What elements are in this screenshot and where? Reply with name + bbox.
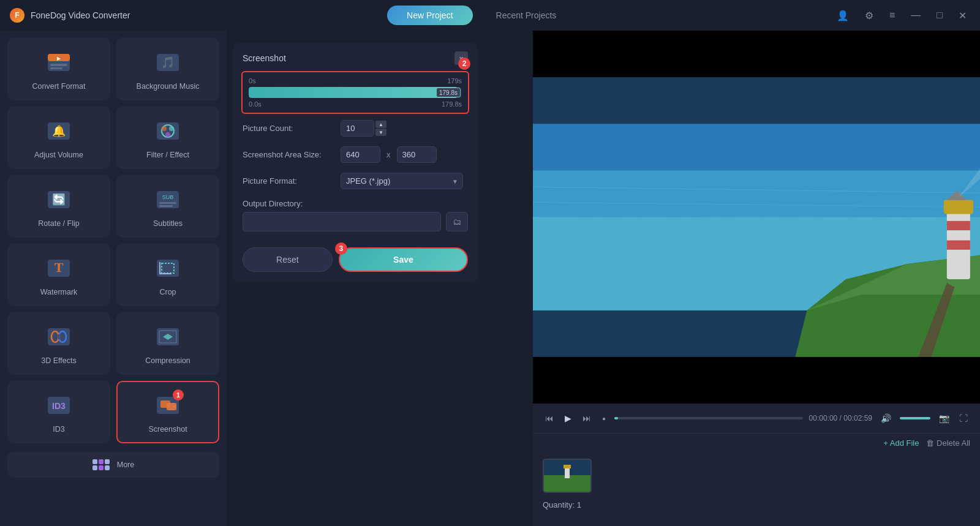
maximize-button[interactable]: □ [933, 9, 946, 22]
sidebar-item-screenshot[interactable]: 1 Screenshot [116, 381, 219, 443]
output-dir-input[interactable] [243, 212, 441, 231]
more-grid-icon [92, 459, 112, 470]
format-label: Picture Format: [243, 176, 334, 186]
filter-effect-label: Filter / Effect [146, 151, 189, 159]
main-area: ▶ Convert Format 🎵 Background Music � [0, 31, 980, 526]
right-panel: ⏮ ▶ ⏭ ● 00:00:00 / 00:02:59 🔊 📷 ⛶ [533, 31, 980, 526]
screenshot-dialog: Screenshot × 0s 179s 179.8s 0.0s 179.8s … [233, 43, 478, 282]
svg-text:SUB: SUB [162, 194, 174, 200]
size-separator: x [386, 150, 391, 159]
output-dir-label: Output Directory: [243, 199, 334, 208]
spinner-up-button[interactable]: ▲ [375, 121, 386, 128]
new-project-tab[interactable]: New Project [387, 6, 472, 25]
folder-browse-button[interactable]: 🗂 [446, 212, 468, 231]
timeline-track[interactable]: 179.8s [249, 87, 462, 98]
form-section: Picture Count: ▲ ▼ Screenshot Area Size:… [233, 120, 478, 231]
title-bar: F FoneDog Video Converter New Project Re… [0, 0, 980, 31]
adjust-volume-label: Adjust Volume [34, 151, 83, 159]
ctrl-icons-right: 📷 ⛶ [937, 411, 970, 426]
sidebar-item-adjust-volume[interactable]: 🔔 Adjust Volume [7, 107, 110, 169]
thumbnails-area: Quantity: 1 [533, 453, 980, 526]
sidebar-item-more[interactable]: More [7, 452, 219, 478]
svg-rect-29 [58, 334, 59, 339]
sidebar-item-id3[interactable]: ID3 ID3 [7, 381, 110, 443]
delete-all-button[interactable]: 🗑 Delete All [926, 438, 970, 448]
svg-rect-40 [105, 459, 110, 464]
sidebar-item-filter-effect[interactable]: Filter / Effect [116, 107, 219, 169]
volume-button[interactable]: 🔊 [878, 411, 894, 426]
watermark-icon: T [45, 255, 72, 282]
save-button[interactable]: 3 Save [339, 247, 468, 272]
3d-effects-label: 3D Effects [41, 356, 76, 365]
menu-button[interactable]: ≡ [886, 9, 899, 22]
timeline-start-label: 0s [249, 77, 256, 85]
spinner-buttons: ▲ ▼ [375, 121, 386, 136]
svg-text:🎵: 🎵 [161, 56, 175, 69]
title-bar-left: F FoneDog Video Converter [10, 8, 130, 23]
adjust-volume-icon: 🔔 [45, 118, 72, 145]
picture-count-label: Picture Count: [243, 124, 334, 133]
format-select-wrapper: JPEG (*.jpg) PNG (*.png) BMP (*.bmp) ▼ [341, 173, 463, 189]
sidebar-item-3d-effects[interactable]: 3D Effects [7, 312, 110, 375]
dialog-header: Screenshot × [233, 43, 478, 71]
id3-label: ID3 [53, 425, 64, 434]
picture-count-input[interactable] [341, 120, 374, 137]
screenshot-icon: 1 [154, 392, 181, 419]
filter-effect-icon [154, 118, 181, 145]
svg-text:🔔: 🔔 [52, 124, 66, 138]
area-height-input[interactable] [397, 146, 437, 163]
sidebar-item-convert-format[interactable]: ▶ Convert Format [7, 38, 110, 100]
app-title: FoneDog Video Converter [31, 10, 130, 20]
play-button[interactable]: ▶ [562, 411, 574, 426]
thumbnail-item[interactable] [543, 459, 592, 493]
progress-bar[interactable] [614, 417, 803, 419]
dot-button[interactable]: ● [600, 413, 608, 424]
video-scene [533, 31, 980, 404]
svg-point-13 [165, 132, 170, 137]
sidebar-item-compression[interactable]: Compression [116, 312, 219, 375]
area-width-input[interactable] [341, 146, 380, 163]
rotate-flip-label: Rotate / Flip [38, 219, 79, 228]
screenshot-ctrl-button[interactable]: 📷 [937, 411, 952, 426]
format-row: Picture Format: JPEG (*.jpg) PNG (*.png)… [243, 173, 468, 189]
3d-effects-icon [45, 323, 72, 350]
minimize-button[interactable]: — [907, 9, 924, 22]
svg-rect-38 [92, 459, 97, 464]
background-music-icon: 🎵 [154, 49, 181, 76]
svg-rect-17 [159, 202, 176, 204]
crop-icon [154, 255, 181, 282]
screenshot-label: Screenshot [148, 425, 187, 434]
format-select[interactable]: JPEG (*.jpg) PNG (*.png) BMP (*.bmp) [341, 173, 463, 189]
fullscreen-button[interactable]: ⛶ [957, 411, 970, 426]
area-size-label: Screenshot Area Size: [243, 150, 334, 159]
timeline-time-start: 0.0s [249, 100, 262, 108]
timeline-time-end: 179.8s [442, 100, 462, 108]
skip-to-end-button[interactable]: ⏭ [580, 411, 594, 426]
folder-icon: 🗂 [453, 217, 461, 227]
close-button[interactable]: ✕ [955, 9, 970, 23]
svg-rect-43 [105, 465, 110, 470]
sidebar-item-subtitles[interactable]: SUB Subtitles [116, 175, 219, 238]
background-music-label: Background Music [137, 82, 200, 91]
id3-icon: ID3 [45, 392, 72, 419]
spinner-down-button[interactable]: ▼ [375, 129, 386, 136]
reset-button[interactable]: Reset [243, 247, 333, 272]
time-current: 00:00:00 [809, 414, 838, 423]
sidebar-item-rotate-flip[interactable]: 🔄 Rotate / Flip [7, 175, 110, 238]
add-file-button[interactable]: + Add File [883, 438, 919, 448]
recent-projects-tab[interactable]: Recent Projects [477, 6, 576, 25]
time-total: 00:02:59 [843, 414, 872, 423]
sidebar-item-crop[interactable]: Crop [116, 244, 219, 306]
watermark-label: Watermark [40, 288, 78, 296]
timeline-end-label: 179s [447, 77, 462, 85]
rotate-flip-icon: 🔄 [45, 186, 72, 213]
sidebar-item-background-music[interactable]: 🎵 Background Music [116, 38, 219, 100]
screenshot-badge: 1 [173, 389, 184, 400]
skip-to-start-button[interactable]: ⏮ [543, 411, 556, 426]
convert-format-icon: ▶ [45, 49, 72, 76]
settings-button[interactable]: ⚙ [861, 9, 877, 23]
profile-button[interactable]: 👤 [833, 9, 853, 23]
svg-rect-55 [947, 221, 970, 230]
sidebar-item-watermark[interactable]: T Watermark [7, 244, 110, 306]
volume-bar[interactable] [900, 417, 930, 419]
